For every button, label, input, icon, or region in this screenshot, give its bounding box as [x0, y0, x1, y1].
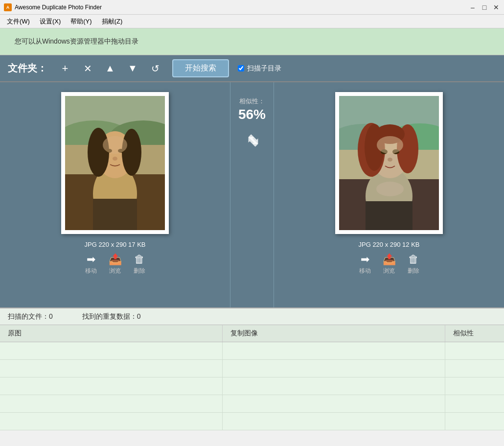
original-cell: [0, 395, 223, 412]
delete-icon-left: 🗑: [134, 253, 145, 266]
svg-point-34: [376, 182, 404, 196]
header-similarity: 相似性: [445, 325, 504, 342]
svg-rect-24: [366, 201, 412, 230]
right-browse-label: 浏览: [383, 267, 395, 275]
minimize-button[interactable]: –: [469, 3, 477, 11]
scan-subdirectories-input[interactable]: [238, 65, 244, 71]
left-photo-image: [65, 96, 165, 230]
right-photo-image: [339, 96, 439, 230]
maximize-button[interactable]: □: [481, 3, 488, 11]
right-delete-label: 删除: [408, 267, 419, 275]
svg-point-33: [377, 136, 403, 154]
svg-point-16: [103, 136, 127, 154]
svg-point-15: [113, 157, 117, 161]
table-row: [0, 395, 504, 413]
header-duplicate: 复制图像: [223, 325, 445, 342]
left-move-label: 移动: [85, 267, 97, 275]
found-count: 找到的重复数据：0: [82, 312, 141, 321]
left-photo-frame: [61, 92, 169, 234]
left-browse-label: 浏览: [109, 267, 121, 275]
swap-button[interactable]: [240, 129, 264, 154]
table-row: [0, 413, 504, 430]
menu-file[interactable]: 文件(W): [2, 16, 35, 27]
left-photo-panel: JPG 220 x 290 17 KB ➡ 移动 📤 浏览 🗑 删除: [0, 82, 230, 307]
hint-bar: 您可以从Windows资源管理器中拖动目录: [0, 28, 504, 55]
right-move-button[interactable]: ➡ 移动: [359, 253, 371, 275]
right-photo-frame: [335, 92, 443, 234]
remove-folder-button[interactable]: ✕: [78, 59, 97, 78]
move-right-icon: ➡: [87, 253, 95, 266]
move-right-icon-right: ➡: [361, 253, 369, 266]
toolbar: 文件夹： + ✕ ▲ ▼ ↺ 开始搜索 扫描子目录: [0, 55, 504, 82]
similarity-cell: [445, 342, 504, 359]
duplicate-cell: [223, 395, 445, 412]
right-photo-panel: JPG 220 x 290 12 KB ➡ 移动 📤 浏览 🗑 删除: [274, 82, 504, 307]
right-browse-button[interactable]: 📤 浏览: [383, 253, 396, 275]
left-delete-label: 删除: [134, 267, 145, 275]
similarity-value: 56%: [238, 107, 266, 122]
table-row: [0, 342, 504, 360]
status-bar: 扫描的文件：0 找到的重复数据：0: [0, 307, 504, 325]
left-move-button[interactable]: ➡ 移动: [85, 253, 97, 275]
table-row: [0, 360, 504, 377]
svg-point-32: [388, 158, 392, 162]
header-original: 原图: [0, 325, 223, 342]
svg-point-12: [122, 129, 141, 176]
delete-icon-right: 🗑: [408, 253, 419, 266]
move-down-button[interactable]: ▼: [123, 59, 142, 78]
scan-subdirectories-label: 扫描子目录: [247, 64, 281, 73]
original-cell: [0, 342, 223, 359]
similarity-cell: [445, 395, 504, 412]
svg-point-11: [88, 128, 109, 177]
results-body: [0, 342, 504, 430]
close-button[interactable]: ✕: [492, 3, 500, 11]
browse-icon-right: 📤: [383, 253, 396, 266]
folder-label: 文件夹：: [8, 62, 47, 75]
menu-help[interactable]: 帮助(Y): [66, 16, 96, 27]
hint-text: 您可以从Windows资源管理器中拖动目录: [15, 37, 138, 46]
similarity-cell: [445, 360, 504, 377]
right-move-label: 移动: [359, 267, 371, 275]
menu-settings[interactable]: 设置(X): [35, 16, 66, 27]
similarity-label: 相似性：: [239, 97, 265, 106]
window-title: Awesome Duplicate Photo Finder: [15, 4, 469, 11]
right-delete-button[interactable]: 🗑 删除: [408, 253, 419, 275]
svg-rect-9: [93, 199, 137, 230]
left-photo-actions: ➡ 移动 📤 浏览 🗑 删除: [85, 253, 145, 275]
right-photo-info: JPG 220 x 290 12 KB: [358, 241, 419, 248]
scan-subdirectories-checkbox[interactable]: 扫描子目录: [238, 64, 281, 73]
similarity-cell: [445, 377, 504, 395]
scanned-count: 扫描的文件：0: [8, 312, 53, 321]
title-bar: A Awesome Duplicate Photo Finder – □ ✕: [0, 0, 504, 15]
original-cell: [0, 377, 223, 395]
results-area: 原图 复制图像 相似性: [0, 325, 504, 430]
left-browse-button[interactable]: 📤 浏览: [109, 253, 122, 275]
app-icon: A: [4, 3, 12, 11]
comparison-area: JPG 220 x 290 17 KB ➡ 移动 📤 浏览 🗑 删除 相似性： …: [0, 82, 504, 307]
original-cell: [0, 413, 223, 430]
left-photo-info: JPG 220 x 290 17 KB: [84, 241, 145, 248]
reset-button[interactable]: ↺: [146, 59, 164, 78]
add-folder-button[interactable]: +: [56, 59, 74, 78]
left-delete-button[interactable]: 🗑 删除: [134, 253, 145, 275]
left-photo-canvas: [65, 96, 165, 230]
menu-bar: 文件(W) 设置(X) 帮助(Y) 捐献(Z): [0, 15, 504, 28]
browse-icon-left: 📤: [109, 253, 122, 266]
original-cell: [0, 360, 223, 377]
duplicate-cell: [223, 342, 445, 359]
table-row: [0, 377, 504, 395]
right-photo-actions: ➡ 移动 📤 浏览 🗑 删除: [359, 253, 419, 275]
menu-donate[interactable]: 捐献(Z): [97, 16, 128, 27]
duplicate-cell: [223, 377, 445, 395]
svg-text:A: A: [6, 5, 10, 10]
middle-panel: 相似性： 56%: [230, 82, 274, 307]
move-up-button[interactable]: ▲: [101, 59, 119, 78]
similarity-cell: [445, 413, 504, 430]
window-controls: – □ ✕: [469, 3, 500, 11]
results-header: 原图 复制图像 相似性: [0, 325, 504, 342]
duplicate-cell: [223, 360, 445, 377]
search-button[interactable]: 开始搜索: [172, 59, 229, 77]
duplicate-cell: [223, 413, 445, 430]
